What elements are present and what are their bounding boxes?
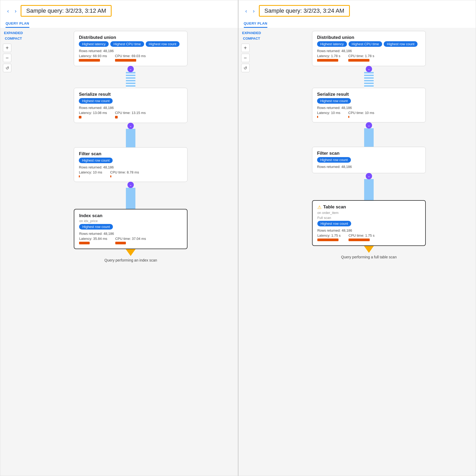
node-filter-scan-left[interactable]: Filter scan Highest row count Rows retur… xyxy=(74,147,187,182)
node-distributed-union-left[interactable]: Distributed union Highest latency Highes… xyxy=(74,31,187,66)
panel-right-header: ‹ › Sample query: 3/2/23, 3:24 AM xyxy=(239,0,476,19)
stat-cpu: CPU time: 37.04 ms xyxy=(115,237,146,244)
node-badges: Highest latency Highest CPU time Highest… xyxy=(317,41,421,47)
cpu-label: CPU time: 69.03 ms xyxy=(115,54,146,58)
latency-bar xyxy=(79,59,107,62)
panel-left-controls: EXPANDED COMPACT + − ↺ xyxy=(0,28,25,476)
node-rows-returned: Rows returned: 48,186 xyxy=(79,165,182,169)
panel-left-header: ‹ › Sample query: 3/2/23, 3:12 AM xyxy=(0,0,238,19)
connector-1-right: ⌄ xyxy=(364,66,374,88)
connector-solid-2 xyxy=(126,129,135,147)
node-rows-returned: Rows returned: 48,186 xyxy=(317,106,421,110)
node-badges: Highest row count xyxy=(317,221,420,226)
cpu-label: CPU time: 13.15 ms xyxy=(115,111,146,115)
stat-row: Latency: 1.75 s CPU time: 1.75 s xyxy=(317,234,420,241)
warning-icon: ⚠ xyxy=(317,204,322,210)
panel-right-reset-btn[interactable]: ↺ xyxy=(241,64,250,72)
panel-left-footer-label: Query performing an index scan xyxy=(104,258,157,265)
panel-left-zoom-in-btn[interactable]: + xyxy=(3,44,11,52)
node-subtitle: on order_item xyxy=(317,211,420,215)
cpu-label: CPU time: 10 ms xyxy=(348,111,374,115)
badge-highest-latency: Highest latency xyxy=(317,41,347,47)
latency-bar-fill xyxy=(317,59,338,62)
panel-left-view-toggle: EXPANDED COMPACT xyxy=(3,30,24,41)
panel-right-down-arrow xyxy=(364,245,374,253)
panel-left-next-btn[interactable]: › xyxy=(13,7,18,15)
node-table-scan-right[interactable]: ⚠ Table scan on order_item Full scan Hig… xyxy=(312,200,426,246)
latency-label: Latency: 35.84 ms xyxy=(79,237,107,241)
panel-left-query-plan-tab: QUERY PLAN xyxy=(0,19,238,28)
latency-bar-fill xyxy=(79,242,90,244)
panel-right-query-plan-label: QUERY PLAN xyxy=(244,21,268,28)
cpu-bar-fill xyxy=(110,175,111,177)
stat-latency: Latency: 1.78 s xyxy=(317,54,340,62)
panel-right-title: Sample query: 3/2/23, 3:24 AM xyxy=(259,5,350,17)
cpu-bar xyxy=(115,242,146,244)
panel-right-next-btn[interactable]: › xyxy=(251,7,256,15)
node-badges: Highest row count xyxy=(79,98,182,104)
stat-cpu: CPU time: 69.03 ms xyxy=(115,54,146,62)
node-title: Serialize result xyxy=(79,92,182,97)
badge-highest-row-count: Highest row count xyxy=(79,98,113,104)
node-title: Table scan xyxy=(323,204,346,210)
panel-right-expanded-btn[interactable]: EXPANDED xyxy=(241,30,262,35)
node-badges: Highest row count xyxy=(79,224,182,230)
node-title: Serialize result xyxy=(317,92,421,97)
connector-circle-1r: ⌄ xyxy=(366,66,372,72)
cpu-bar xyxy=(349,239,374,241)
cpu-bar-fill xyxy=(115,242,126,244)
node-serialize-result-right[interactable]: Serialize result Highest row count Rows … xyxy=(312,88,426,122)
connector-circle-3: ⌄ xyxy=(127,182,134,188)
badge-highest-row-count: Highest row count xyxy=(79,224,113,230)
panel-left: ‹ › Sample query: 3/2/23, 3:12 AM QUERY … xyxy=(0,0,238,476)
badge-highest-latency: Highest latency xyxy=(79,41,109,47)
node-distributed-union-right[interactable]: Distributed union Highest latency Highes… xyxy=(312,31,426,66)
connector-circle-2: ⌄ xyxy=(127,123,134,129)
stat-cpu: CPU time: 1.75 s xyxy=(349,234,374,241)
latency-label: Latency: 68.93 ms xyxy=(79,54,107,58)
connector-solid-3 xyxy=(126,188,135,209)
latency-label: Latency: 10 ms xyxy=(79,170,102,174)
node-rows-returned: Rows returned: 48,186 xyxy=(317,228,420,232)
connector-circle-3r: ⌄ xyxy=(366,173,372,179)
panel-right-nodes-area: Distributed union Highest latency Highes… xyxy=(264,28,476,476)
connector-2-left: ⌄ xyxy=(126,123,135,147)
panel-left-zoom-out-btn[interactable]: − xyxy=(3,54,11,62)
panel-right-view-toggle: EXPANDED COMPACT xyxy=(241,30,262,41)
node-title: Filter scan xyxy=(317,151,421,156)
stat-latency: Latency: 35.84 ms xyxy=(79,237,107,244)
node-rows-returned: Rows returned: 48,186 xyxy=(79,106,182,110)
panel-left-compact-btn[interactable]: COMPACT xyxy=(3,36,24,41)
stat-latency: Latency: 1.75 s xyxy=(317,234,341,241)
panel-left-reset-btn[interactable]: ↺ xyxy=(3,64,11,72)
stat-cpu: CPU time: 13.15 ms xyxy=(115,111,146,118)
node-rows-returned: Rows returned: 48,186 xyxy=(79,232,182,236)
panel-right-prev-btn[interactable]: ‹ xyxy=(244,7,249,15)
connector-circle-2r: ⌄ xyxy=(366,122,372,129)
badge-highest-row-count: Highest row count xyxy=(146,41,180,47)
cpu-bar xyxy=(348,59,374,62)
cpu-bar-fill xyxy=(348,59,369,62)
panel-left-expanded-btn[interactable]: EXPANDED xyxy=(3,30,24,35)
node-index-scan-left[interactable]: Index scan on idx_price Highest row coun… xyxy=(74,209,187,249)
cpu-label: CPU time: 8.78 ms xyxy=(110,170,139,174)
node-subtitle2: Full scan xyxy=(317,216,420,220)
cpu-bar-fill xyxy=(348,116,349,118)
badge-highest-row-count: Highest row count xyxy=(317,98,351,104)
panel-right-zoom-in-btn[interactable]: + xyxy=(241,44,250,52)
panel-left-query-plan-label: QUERY PLAN xyxy=(6,21,29,28)
panel-right-zoom-out-btn[interactable]: − xyxy=(241,54,250,62)
panel-left-prev-btn[interactable]: ‹ xyxy=(6,7,11,15)
panel-left-down-arrow xyxy=(125,249,136,256)
node-serialize-result-left[interactable]: Serialize result Highest row count Rows … xyxy=(74,88,187,123)
latency-label: Latency: 1.75 s xyxy=(317,234,341,237)
node-subtitle: on idx_price xyxy=(79,219,182,223)
node-filter-scan-right[interactable]: Filter scan Highest row count Rows retur… xyxy=(312,147,426,173)
stat-row: Latency: 13.08 ms CPU time: 13.15 ms xyxy=(79,111,182,118)
latency-bar-fill xyxy=(79,59,100,62)
panel-right-compact-btn[interactable]: COMPACT xyxy=(241,36,262,41)
node-title: Filter scan xyxy=(79,151,182,157)
stat-latency: Latency: 68.93 ms xyxy=(79,54,107,62)
stat-cpu: CPU time: 10 ms xyxy=(348,111,374,118)
latency-bar-fill xyxy=(317,116,318,118)
